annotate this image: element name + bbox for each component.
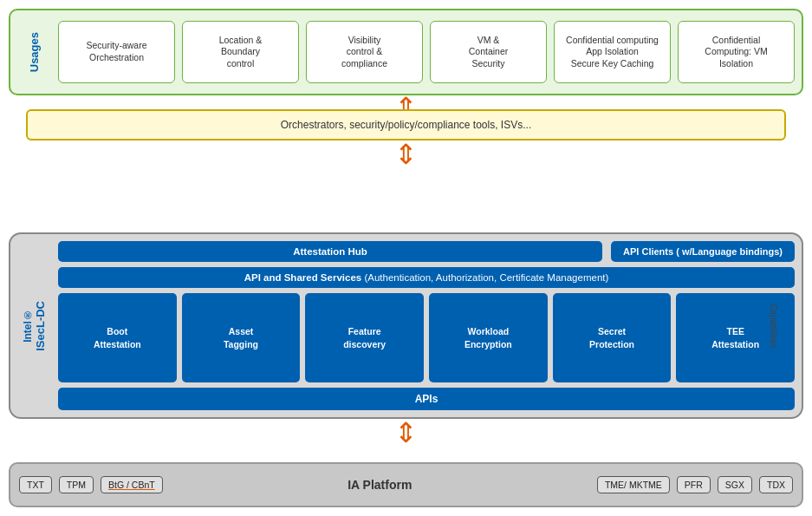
ia-platform-section: TXT TPM BtG / CBnT IA Platform TME/ MKTM…: [9, 462, 803, 507]
arrow3: ⇕: [394, 419, 418, 447]
api-shared-rest: (Authentication, Authorization, Certific…: [361, 272, 608, 283]
capability-boxes: BootAttestation AssetTagging Featuredisc…: [58, 293, 795, 382]
usage-confidential-app: Confidential computingApp IsolationSecur…: [554, 21, 671, 83]
usages-label: Usages: [28, 32, 42, 72]
chip-tdx: TDX: [759, 476, 793, 493]
arrow2-icon: ⇕: [394, 140, 418, 168]
isecl-inner: Attestation Hub API Clients ( w/Language…: [58, 241, 795, 410]
api-shared-bold: API and Shared Services: [244, 272, 362, 283]
chip-pfr: PFR: [677, 476, 711, 493]
capability-boot-attestation: BootAttestation: [58, 293, 177, 382]
capability-asset-tagging: AssetTagging: [182, 293, 301, 382]
diagram-container: Usages Security-awareOrchestration Locat…: [0, 0, 812, 516]
ia-platform-label: IA Platform: [170, 478, 590, 492]
capabilities-label: Capabilities: [770, 304, 779, 349]
isecl-brand-line1: Intel®: [22, 309, 34, 343]
usages-items: Security-awareOrchestration Location &Bo…: [58, 17, 795, 87]
capability-workload-encryption: WorkloadEncryption: [429, 293, 548, 382]
usages-label-wrapper: Usages: [10, 10, 58, 94]
attestation-hub: Attestation Hub: [58, 241, 602, 262]
isecl-brand-line2: ISecL-DC: [34, 301, 47, 351]
chip-btg-cbnt: BtG / CBnT: [101, 476, 163, 493]
chip-tpm: TPM: [59, 476, 94, 493]
usage-location-boundary: Location &Boundarycontrol: [182, 21, 299, 83]
orchestrators-bar: Orchestrators, security/policy/complianc…: [26, 109, 786, 140]
usage-vm-container: VM &ContainerSecurity: [430, 21, 547, 83]
usage-security-aware: Security-awareOrchestration: [58, 21, 175, 83]
usages-section: Usages Security-awareOrchestration Locat…: [9, 9, 803, 95]
isecl-brand: Intel® ISecL-DC: [22, 301, 47, 351]
apis-bar: APIs: [58, 388, 795, 410]
isecl-section: Intel® ISecL-DC Capabilities Attestation…: [9, 232, 803, 419]
orchestrators-label: Orchestrators, security/policy/complianc…: [281, 119, 531, 131]
arrow3-icon: ⇕: [394, 419, 418, 447]
capability-secret-protection: SecretProtection: [553, 293, 672, 382]
isecl-label-wrapper: Intel® ISecL-DC: [10, 234, 58, 417]
api-shared-services: API and Shared Services (Authentication,…: [58, 267, 795, 288]
api-clients: API Clients ( w/Language bindings): [611, 241, 795, 262]
chip-txt: TXT: [19, 476, 52, 493]
usage-confidential-vm: ConfidentialComputing: VMIsolation: [678, 21, 795, 83]
chip-sgx: SGX: [718, 476, 752, 493]
usage-visibility: Visibilitycontrol &compliance: [306, 21, 423, 83]
chip-tme-mktme: TME/ MKTME: [597, 476, 670, 493]
isecl-row1: Attestation Hub API Clients ( w/Language…: [58, 241, 795, 262]
arrow2: ⇕: [394, 140, 418, 168]
capability-feature-discovery: Featurediscovery: [305, 293, 424, 382]
